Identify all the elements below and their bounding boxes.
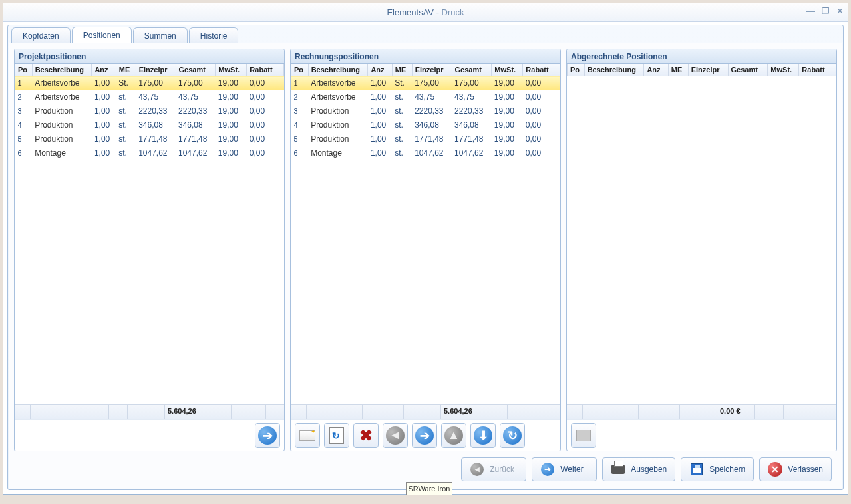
col-einzelpr[interactable]: Einzelpr	[136, 64, 176, 76]
footer-cell	[307, 405, 363, 419]
title-suffix: Druck	[442, 7, 464, 17]
projekt-table[interactable]: PoBeschreibungAnzMEEinzelprGesamtMwSt.Ra…	[15, 64, 284, 160]
col-gesamt[interactable]: Gesamt	[728, 64, 768, 76]
arrow-down-icon: ⬇	[478, 428, 488, 443]
footer-cell	[784, 405, 818, 419]
rechnung-footer: 5.604,26	[291, 404, 560, 419]
footer-cell	[755, 405, 784, 419]
tooltip: SRWare Iron	[406, 482, 452, 495]
col-me[interactable]: ME	[668, 64, 688, 76]
refresh-page-button[interactable]	[324, 423, 349, 448]
placeholder-button[interactable]	[571, 423, 596, 448]
col-po[interactable]: Po	[15, 64, 33, 76]
total-cell: 5.604,26	[441, 405, 478, 419]
ruler-icon	[299, 430, 315, 441]
col-rabatt[interactable]: Rabatt	[523, 64, 560, 76]
table-row[interactable]: 3Produktion1,00st.2220,332220,3319,000,0…	[15, 104, 284, 118]
col-anz[interactable]: Anz	[644, 64, 668, 76]
col-mwst[interactable]: MwSt.	[492, 64, 523, 76]
panel-title: Abgerechnete Positionen	[567, 49, 836, 64]
add-position-button[interactable]	[295, 423, 320, 448]
abgerechnet-table[interactable]: PoBeschreibungAnzMEEinzelprGesamtMwSt.Ra…	[567, 64, 836, 76]
up-disabled-button[interactable]: ▲	[441, 423, 466, 448]
col-einzelpr[interactable]: Einzelpr	[688, 64, 728, 76]
printer-icon	[611, 465, 625, 474]
col-anz[interactable]: Anz	[368, 64, 392, 76]
next-button[interactable]: ➔	[412, 423, 437, 448]
table-row[interactable]: 1Arbeitsvorbe1,00St.175,00175,0019,000,0…	[15, 76, 284, 90]
bottom-button-row: ◄ Zurück ➔ Weiter Ausgeben Speichern	[14, 451, 837, 483]
table-row[interactable]: 5Produktion1,00st.1771,481771,4819,000,0…	[291, 132, 560, 146]
col-rabatt[interactable]: Rabatt	[799, 64, 836, 76]
footer-cell	[508, 405, 542, 419]
close-icon[interactable]: ✕	[836, 6, 844, 16]
verlassen-button[interactable]: ✕ Verlassen	[759, 457, 832, 481]
table-row[interactable]: 4Produktion1,00st.346,08346,0819,000,00	[291, 118, 560, 132]
titlebar: ElementsAV - Druck — ❐ ✕	[3, 3, 848, 22]
footer-cell	[385, 405, 404, 419]
col-beschreibung[interactable]: Beschreibung	[308, 64, 368, 76]
col-gesamt[interactable]: Gesamt	[452, 64, 492, 76]
ausgeben-button[interactable]: Ausgeben	[602, 457, 675, 481]
table-row[interactable]: 1Arbeitsvorbe1,00St.175,00175,0019,000,0…	[291, 76, 560, 90]
tab-summen[interactable]: Summen	[133, 27, 188, 43]
footer-cell	[639, 405, 661, 419]
col-mwst[interactable]: MwSt.	[768, 64, 799, 76]
table-row[interactable]: 6Montage1,00st.1047,621047,6219,000,00	[15, 146, 284, 160]
footer-cell	[404, 405, 441, 419]
table-row[interactable]: 2Arbeitsvorbe1,00st.43,7543,7519,000,00	[291, 90, 560, 104]
col-rabatt[interactable]: Rabatt	[247, 64, 284, 76]
exit-icon: ✕	[768, 462, 782, 477]
col-po[interactable]: Po	[568, 64, 585, 76]
arrow-right-icon: ➔	[263, 428, 273, 443]
arrow-right-icon: ➔	[420, 428, 430, 443]
footer-cell	[661, 405, 680, 419]
col-beschreibung[interactable]: Beschreibung	[584, 64, 644, 76]
arrow-right-icon: ➔	[544, 465, 551, 474]
down-button[interactable]: ⬇	[470, 423, 496, 448]
minimize-icon[interactable]: —	[806, 6, 815, 16]
footer-cell	[109, 405, 128, 419]
footer-cell	[232, 405, 266, 419]
delete-button[interactable]: ✖	[353, 423, 379, 448]
total-cell: 0,00 €	[717, 405, 755, 419]
panel-title: Projektpositionen	[15, 49, 284, 64]
col-po[interactable]: Po	[291, 64, 309, 76]
panel-title: Rechnungspositionen	[291, 49, 560, 64]
tab-positionen[interactable]: Positionen	[72, 27, 132, 43]
footer-cell	[128, 405, 165, 419]
move-right-button[interactable]: ➔	[255, 423, 280, 448]
app-window: ElementsAV - Druck — ❐ ✕ KopfdatenPositi…	[3, 3, 848, 495]
col-mwst[interactable]: MwSt.	[216, 64, 247, 76]
rechnung-table[interactable]: PoBeschreibungAnzMEEinzelprGesamtMwSt.Ra…	[291, 64, 560, 160]
col-einzelpr[interactable]: Einzelpr	[412, 64, 452, 76]
col-gesamt[interactable]: Gesamt	[176, 64, 216, 76]
projekt-footer: 5.604,26	[15, 404, 284, 419]
title-sep: -	[434, 7, 442, 17]
footer-cell	[15, 405, 31, 419]
table-row[interactable]: 6Montage1,00st.1047,621047,6219,000,00	[291, 146, 560, 160]
col-me[interactable]: ME	[392, 64, 412, 76]
prev-disabled-button[interactable]: ◄	[383, 423, 408, 448]
delete-x-icon: ✖	[357, 426, 375, 445]
button-label: Zurück	[490, 465, 514, 474]
tab-strip: KopfdatenPositionenSummenHistorie	[9, 26, 842, 43]
panel-rechnungspositionen: Rechnungspositionen PoBeschreibungAnzMEE…	[290, 49, 561, 451]
table-row[interactable]: 2Arbeitsvorbe1,00st.43,7543,7519,000,00	[15, 90, 284, 104]
button-label: Ausgeben	[631, 465, 667, 474]
weiter-button[interactable]: ➔ Weiter	[532, 457, 597, 481]
maximize-icon[interactable]: ❐	[822, 6, 830, 16]
speichern-button[interactable]: Speichern	[681, 457, 754, 481]
zurueck-button[interactable]: ◄ Zurück	[461, 457, 526, 481]
table-row[interactable]: 5Produktion1,00st.1771,481771,4819,000,0…	[15, 132, 284, 146]
arrow-left-icon: ◄	[473, 465, 481, 474]
col-beschreibung[interactable]: Beschreibung	[32, 64, 92, 76]
col-anz[interactable]: Anz	[92, 64, 116, 76]
rotate-button[interactable]: ↻	[500, 423, 525, 448]
window-title: ElementsAV - Druck	[387, 7, 464, 17]
col-me[interactable]: ME	[116, 64, 136, 76]
tab-kopfdaten[interactable]: Kopfdaten	[11, 27, 71, 43]
table-row[interactable]: 3Produktion1,00st.2220,332220,3319,000,0…	[291, 104, 560, 118]
table-row[interactable]: 4Produktion1,00st.346,08346,0819,000,00	[15, 118, 284, 132]
tab-historie[interactable]: Historie	[189, 27, 239, 43]
